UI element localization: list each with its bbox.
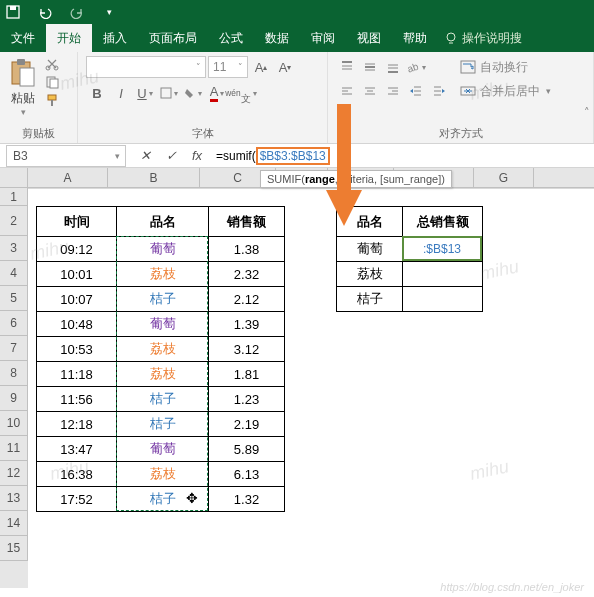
cell-sales[interactable]: 6.13 bbox=[209, 462, 285, 487]
redo-icon[interactable] bbox=[70, 5, 84, 19]
cell-sales[interactable]: 1.23 bbox=[209, 387, 285, 412]
table-row[interactable]: 荔枝 bbox=[337, 262, 483, 287]
table-row[interactable]: 12:18桔子2.19 bbox=[37, 412, 285, 437]
cell-name[interactable]: 荔枝 bbox=[117, 262, 209, 287]
row-header-11[interactable]: 11 bbox=[0, 436, 28, 461]
align-bottom-icon[interactable] bbox=[382, 56, 404, 78]
row-header-9[interactable]: 9 bbox=[0, 386, 28, 411]
cell-name[interactable]: 荔枝 bbox=[337, 262, 403, 287]
cells-area[interactable]: 时间品名销售额 09:12葡萄1.3810:01荔枝2.3210:07桔子2.1… bbox=[28, 188, 594, 588]
row-header-8[interactable]: 8 bbox=[0, 361, 28, 386]
font-size-combo[interactable]: 11˅ bbox=[208, 56, 248, 78]
cell-total[interactable] bbox=[403, 287, 483, 312]
wrap-text-button[interactable]: 自动换行 bbox=[460, 56, 551, 78]
align-left-icon[interactable] bbox=[336, 80, 358, 102]
merge-center-button[interactable]: 合并后居中▾ bbox=[460, 80, 551, 102]
cell-time[interactable]: 12:18 bbox=[37, 412, 117, 437]
t1-header-sales[interactable]: 销售额 bbox=[209, 207, 285, 237]
tell-me[interactable]: 操作说明搜 bbox=[444, 30, 522, 47]
table-row[interactable]: 10:01荔枝2.32 bbox=[37, 262, 285, 287]
customize-qat-icon[interactable]: ▾ bbox=[102, 5, 116, 19]
align-right-icon[interactable] bbox=[382, 80, 404, 102]
cell-name[interactable]: 桔子 bbox=[117, 487, 209, 512]
increase-indent-icon[interactable] bbox=[428, 80, 450, 102]
cut-icon[interactable] bbox=[42, 56, 62, 72]
cell-time[interactable]: 09:12 bbox=[37, 237, 117, 262]
align-center-icon[interactable] bbox=[359, 80, 381, 102]
cancel-formula-button[interactable]: ✕ bbox=[132, 145, 158, 167]
cell-time[interactable]: 13:47 bbox=[37, 437, 117, 462]
cell-sales[interactable]: 5.89 bbox=[209, 437, 285, 462]
cell-sales[interactable]: 3.12 bbox=[209, 337, 285, 362]
enter-formula-button[interactable]: ✓ bbox=[158, 145, 184, 167]
col-header-A[interactable]: A bbox=[28, 168, 108, 187]
phonetic-button[interactable]: wén文 bbox=[230, 82, 252, 104]
border-button[interactable] bbox=[158, 82, 180, 104]
font-family-combo[interactable]: ˅ bbox=[86, 56, 206, 78]
table-row[interactable]: 10:53荔枝3.12 bbox=[37, 337, 285, 362]
cell-time[interactable]: 10:07 bbox=[37, 287, 117, 312]
row-header-3[interactable]: 3 bbox=[0, 236, 28, 261]
cell-name[interactable]: 荔枝 bbox=[117, 462, 209, 487]
cell-time[interactable]: 10:48 bbox=[37, 312, 117, 337]
cell-sales[interactable]: 1.38 bbox=[209, 237, 285, 262]
decrease-font-icon[interactable]: A▾ bbox=[274, 56, 296, 78]
row-header-13[interactable]: 13 bbox=[0, 486, 28, 511]
fill-color-button[interactable] bbox=[182, 82, 204, 104]
row-header-7[interactable]: 7 bbox=[0, 336, 28, 361]
table-row[interactable]: 11:56桔子1.23 bbox=[37, 387, 285, 412]
cell-name[interactable]: 桔子 bbox=[337, 287, 403, 312]
fx-button[interactable]: fx bbox=[184, 145, 210, 167]
formula-input[interactable]: =sumif($B$3:$B$13 SUMIF(range, criteria,… bbox=[210, 147, 594, 165]
row-header-6[interactable]: 6 bbox=[0, 311, 28, 336]
row-header-12[interactable]: 12 bbox=[0, 461, 28, 486]
cell-name[interactable]: 桔子 bbox=[117, 287, 209, 312]
collapse-ribbon-icon[interactable]: ˄ bbox=[584, 106, 590, 119]
tab-data[interactable]: 数据 bbox=[254, 24, 300, 52]
row-header-14[interactable]: 14 bbox=[0, 511, 28, 536]
underline-button[interactable]: U bbox=[134, 82, 156, 104]
name-box-dropdown-icon[interactable]: ▾ bbox=[109, 151, 125, 161]
cell-time[interactable]: 11:56 bbox=[37, 387, 117, 412]
paste-icon[interactable] bbox=[8, 58, 38, 88]
tab-help[interactable]: 帮助 bbox=[392, 24, 438, 52]
name-box[interactable]: B3 ▾ bbox=[6, 145, 126, 167]
table-row[interactable]: 10:48葡萄1.39 bbox=[37, 312, 285, 337]
paste-label[interactable]: 粘贴 bbox=[11, 90, 35, 107]
t2-header-name[interactable]: 品名 bbox=[337, 207, 403, 237]
t2-header-total[interactable]: 总销售额 bbox=[403, 207, 483, 237]
cell-sales[interactable]: 2.12 bbox=[209, 287, 285, 312]
cell-name[interactable]: 荔枝 bbox=[117, 362, 209, 387]
tab-layout[interactable]: 页面布局 bbox=[138, 24, 208, 52]
select-all-corner[interactable] bbox=[0, 168, 28, 187]
tab-insert[interactable]: 插入 bbox=[92, 24, 138, 52]
orientation-icon[interactable]: ab bbox=[405, 56, 427, 78]
t1-header-time[interactable]: 时间 bbox=[37, 207, 117, 237]
table-row[interactable]: 09:12葡萄1.38 bbox=[37, 237, 285, 262]
cell-total[interactable] bbox=[403, 262, 483, 287]
italic-button[interactable]: I bbox=[110, 82, 132, 104]
table-row[interactable]: 16:38荔枝6.13 bbox=[37, 462, 285, 487]
row-header-10[interactable]: 10 bbox=[0, 411, 28, 436]
cell-name[interactable]: 荔枝 bbox=[117, 337, 209, 362]
row-header-15[interactable]: 15 bbox=[0, 536, 28, 561]
table-row[interactable]: 17:52桔子1.32 bbox=[37, 487, 285, 512]
cell-name[interactable]: 葡萄 bbox=[117, 237, 209, 262]
cell-name[interactable]: 桔子 bbox=[117, 387, 209, 412]
save-icon[interactable] bbox=[6, 5, 20, 19]
align-top-icon[interactable] bbox=[336, 56, 358, 78]
col-header-B[interactable]: B bbox=[108, 168, 200, 187]
cell-sales[interactable]: 1.81 bbox=[209, 362, 285, 387]
row-header-4[interactable]: 4 bbox=[0, 261, 28, 286]
cell-name[interactable]: 葡萄 bbox=[117, 437, 209, 462]
undo-icon[interactable] bbox=[38, 5, 52, 19]
tab-review[interactable]: 审阅 bbox=[300, 24, 346, 52]
row-header-5[interactable]: 5 bbox=[0, 286, 28, 311]
cell-time[interactable]: 10:01 bbox=[37, 262, 117, 287]
row-header-2[interactable]: 2 bbox=[0, 206, 28, 236]
tab-formula[interactable]: 公式 bbox=[208, 24, 254, 52]
tab-home[interactable]: 开始 bbox=[46, 24, 92, 52]
table-row[interactable]: 桔子 bbox=[337, 287, 483, 312]
row-header-1[interactable]: 1 bbox=[0, 188, 28, 206]
table-row[interactable]: 13:47葡萄5.89 bbox=[37, 437, 285, 462]
